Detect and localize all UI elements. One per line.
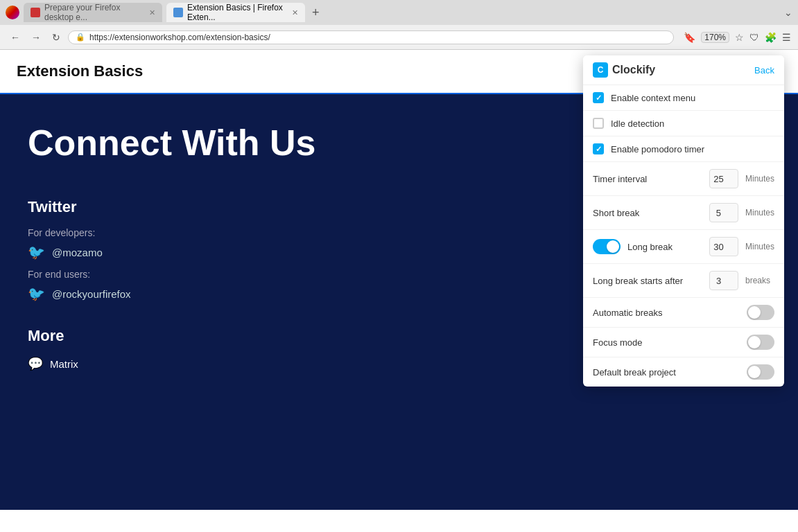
timer-interval-label: Timer interval	[593, 174, 702, 184]
browser-chrome: Prepare your Firefox desktop e... ✕ Exte…	[0, 0, 798, 50]
tab-bar: Prepare your Firefox desktop e... ✕ Exte…	[0, 0, 798, 25]
shield-icon[interactable]: 🛡	[749, 32, 759, 43]
tab-mozilla-label: Prepare your Firefox desktop e...	[44, 3, 144, 22]
tab-bar-left: Prepare your Firefox desktop e... ✕ Exte…	[6, 3, 322, 22]
address-bar[interactable]	[89, 33, 666, 42]
popup-scroll[interactable]: Enable context menu Idle detection Enabl…	[583, 85, 784, 387]
tab-favicon-extension	[173, 8, 183, 17]
browser-icon	[6, 6, 19, 19]
focus-mode-toggle-knob	[748, 336, 761, 348]
toolbar: ← → ↻ 🔒 🔖 170% ☆ 🛡 🧩 ☰	[0, 25, 798, 50]
lock-icon: 🔒	[76, 33, 85, 42]
long-break-starts-after-input[interactable]	[709, 271, 738, 290]
focus-mode-toggle[interactable]	[747, 335, 774, 350]
short-break-unit: Minutes	[745, 208, 774, 218]
enable-context-menu-label: Enable context menu	[611, 93, 695, 103]
long-break-input[interactable]	[709, 237, 738, 256]
twitter-dev-icon: 🐦	[28, 244, 45, 260]
long-break-starts-after-label: Long break starts after	[593, 276, 702, 286]
tab-extension-close[interactable]: ✕	[292, 8, 298, 17]
long-break-toggle[interactable]	[593, 239, 621, 254]
enable-context-menu-row: Enable context menu	[583, 85, 784, 111]
automatic-breaks-label: Automatic breaks	[593, 308, 740, 318]
clockify-logo-text: Clockify	[612, 64, 655, 76]
dev-handle: @mozamo	[52, 247, 103, 258]
address-bar-wrap[interactable]: 🔒	[68, 30, 674, 44]
clockify-popup: C Clockify Back Enable context menu Idle…	[583, 55, 784, 387]
user-handle: @rockyourfirefox	[52, 288, 131, 300]
default-break-project-row: Default break project	[583, 357, 784, 387]
default-break-project-label: Default break project	[593, 367, 740, 378]
toolbar-right: 🔖 170% ☆ 🛡 🧩 ☰	[684, 32, 791, 43]
focus-mode-label: Focus mode	[593, 337, 740, 348]
idle-detection-checkbox[interactable]	[593, 118, 604, 129]
long-break-label: Long break	[627, 242, 702, 252]
menu-icon[interactable]: ☰	[782, 32, 791, 43]
reload-button[interactable]: ↻	[49, 30, 64, 44]
enable-pomodoro-label: Enable pomodoro timer	[611, 144, 704, 154]
matrix-label: Matrix	[50, 358, 78, 370]
long-break-unit: Minutes	[745, 242, 774, 251]
zoom-badge: 170%	[701, 32, 729, 43]
default-break-project-toggle-knob	[748, 366, 761, 378]
long-break-starts-after-row: Long break starts after breaks	[583, 264, 784, 298]
tab-mozilla[interactable]: Prepare your Firefox desktop e... ✕	[24, 3, 162, 22]
back-link[interactable]: Back	[754, 65, 774, 76]
idle-detection-label: Idle detection	[611, 118, 664, 129]
forward-button[interactable]: →	[28, 30, 44, 44]
twitter-user-icon: 🐦	[28, 285, 45, 302]
tab-extension[interactable]: Extension Basics | Firefox Exten... ✕	[166, 3, 305, 22]
long-break-row: Long break Minutes	[583, 230, 784, 264]
timer-interval-row: Timer interval Minutes	[583, 162, 784, 196]
clockify-logo: C Clockify	[593, 62, 655, 78]
enable-pomodoro-checkbox[interactable]	[593, 143, 604, 154]
clockify-logo-icon: C	[593, 62, 608, 78]
tab-mozilla-close[interactable]: ✕	[149, 8, 155, 17]
default-break-project-toggle[interactable]	[747, 364, 774, 380]
short-break-label: Short break	[593, 208, 702, 218]
long-break-starts-after-unit: breaks	[745, 276, 774, 285]
tab-favicon-mozilla	[31, 8, 40, 17]
extension-icon[interactable]: 🧩	[765, 32, 777, 43]
short-break-row: Short break Minutes	[583, 196, 784, 230]
popup-header: C Clockify Back	[583, 55, 784, 85]
tab-overflow-button[interactable]: ⌄	[784, 7, 792, 18]
tab-extension-label: Extension Basics | Firefox Exten...	[187, 3, 286, 22]
timer-interval-unit: Minutes	[745, 174, 774, 184]
enable-pomodoro-row: Enable pomodoro timer	[583, 136, 784, 162]
enable-context-menu-checkbox[interactable]	[593, 92, 604, 103]
automatic-breaks-toggle[interactable]	[747, 305, 774, 320]
focus-mode-row: Focus mode	[583, 328, 784, 357]
timer-interval-input[interactable]	[709, 169, 738, 188]
star-icon[interactable]: ☆	[735, 32, 744, 43]
automatic-breaks-toggle-knob	[748, 306, 761, 319]
short-break-input[interactable]	[709, 203, 738, 222]
long-break-toggle-knob	[607, 240, 619, 253]
bookmark-icon[interactable]: 🔖	[684, 32, 695, 43]
new-tab-button[interactable]: +	[309, 6, 322, 20]
matrix-icon: 💬	[28, 356, 43, 371]
back-button[interactable]: ←	[7, 30, 24, 44]
idle-detection-row: Idle detection	[583, 111, 784, 136]
automatic-breaks-row: Automatic breaks	[583, 298, 784, 328]
